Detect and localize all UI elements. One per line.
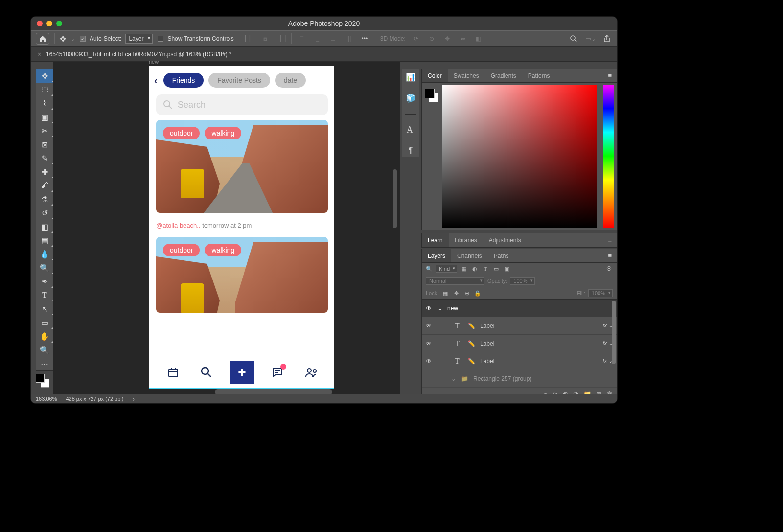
histogram-icon[interactable]: 📊 [406,71,415,83]
3d-pan-icon[interactable]: ✥ [442,33,453,44]
tag-outdoor-2[interactable]: outdoor [163,244,200,256]
edit-toolbar[interactable]: ⋯ [36,357,53,370]
eyedropper-tool[interactable]: ✎ [36,151,53,165]
brush-tool[interactable]: 🖌 [36,179,53,192]
color-field[interactable] [442,85,597,228]
tab-patterns[interactable]: Patterns [522,69,556,82]
hand-tool[interactable]: ✋ [36,329,53,343]
3d-roll-icon[interactable]: ⊙ [426,33,437,44]
caption-link[interactable]: @atolla beach.. [156,222,201,229]
lock-pixels-icon[interactable]: ▦ [441,290,449,297]
blur-tool[interactable]: 💧 [36,247,53,261]
filter-adjust-icon[interactable]: ◐ [471,266,479,272]
tab-learn[interactable]: Learn [422,233,449,247]
auto-select-dropdown[interactable]: Layer [125,34,153,44]
crop-tool[interactable]: ✂ [36,124,53,138]
tag-outdoor[interactable]: outdoor [163,127,200,139]
layer-filter-dropdown[interactable]: Kind [436,265,457,273]
nav-people-icon[interactable] [301,363,321,382]
lasso-tool[interactable]: ⌇ [36,96,53,110]
close-document-icon[interactable]: × [38,51,41,58]
expand-icon[interactable]: ⌄ [451,375,456,382]
zoom-window-button[interactable] [56,21,62,26]
align-middle-icon[interactable]: ⎯ [312,33,323,44]
filter-shape-icon[interactable]: ▭ [492,266,500,272]
panel-menu-icon[interactable]: ≡ [603,69,617,82]
back-icon[interactable]: ‹ [153,75,159,86]
layer-fx-icon[interactable]: fx ⌄ [602,340,613,347]
layer-row[interactable]: 👁 T ✏️ Label fx ⌄ [422,352,617,370]
lock-artboard-icon[interactable]: ⊕ [463,290,471,297]
doc-info[interactable]: 428 px x 727 px (72 ppi) [66,396,123,402]
tab-channels[interactable]: Channels [451,249,488,262]
align-bottom-icon[interactable]: ⎽ [328,33,339,44]
3d-slide-icon[interactable]: ⇔ [458,33,468,44]
shape-tool[interactable]: ▭ [36,316,53,329]
home-button[interactable] [36,33,49,45]
tab-paths[interactable]: Paths [488,249,515,262]
layer-row[interactable]: 👁 T ✏️ Label fx ⌄ [422,317,617,335]
doc-info-chevron[interactable]: › [132,395,135,403]
document-tab[interactable]: × 1654518080933_TdiEmLcLbFcaTi0RdM0ZYn.p… [31,47,617,62]
visibility-icon[interactable]: 👁 [426,358,433,365]
vertical-scrollbar[interactable] [393,169,397,228]
filter-pixel-icon[interactable]: ▦ [460,266,468,272]
layers-scrollbar[interactable] [612,301,616,364]
history-brush-tool[interactable]: ↺ [36,206,53,220]
frame-tool[interactable]: ⊠ [36,138,53,151]
type-tool[interactable]: T [36,288,53,302]
distribute-icon[interactable]: ||| [344,33,354,44]
tab-gradients[interactable]: Gradients [485,69,522,82]
pen-tool[interactable]: ✒ [36,275,53,288]
zoom-tool[interactable]: 🔍 [36,343,53,357]
paragraph-icon[interactable]: ¶ [409,145,413,157]
lock-all-icon[interactable]: 🔒 [474,290,482,297]
layer-fx-icon[interactable]: fx ⌄ [602,323,613,329]
filter-smart-icon[interactable]: ▣ [503,266,511,272]
post-card-2[interactable]: outdoor walking [156,237,328,313]
fill-value[interactable]: 100% [588,289,613,297]
nav-search-icon[interactable] [197,363,216,382]
visibility-icon[interactable]: 👁 [426,340,433,347]
nav-calendar-icon[interactable] [163,363,183,382]
lock-position-icon[interactable]: ✥ [452,290,460,297]
dodge-tool[interactable]: 🔍 [36,261,53,275]
layer-fx-icon[interactable]: fx ⌄ [602,358,613,364]
align-top-icon[interactable]: ⎺ [297,33,307,44]
object-select-tool[interactable]: ▣ [36,110,53,124]
auto-select-checkbox[interactable]: ✓ [80,36,86,42]
opacity-value[interactable]: 100% [510,277,534,285]
healing-brush-tool[interactable]: ✚ [36,165,53,179]
mock-search-field[interactable]: Search [156,94,328,115]
blend-mode-dropdown[interactable]: Normal [426,277,484,285]
nav-add-button[interactable]: + [230,361,254,384]
close-window-button[interactable] [37,21,43,26]
zoom-readout[interactable]: 163.06% [36,396,57,402]
visibility-icon[interactable]: 👁 [426,305,433,312]
marquee-tool[interactable]: ⬚ [36,83,53,96]
3d-icon[interactable]: 🧊 [406,93,415,104]
filter-toggle-icon[interactable]: ⦿ [605,266,613,272]
tab-adjustments[interactable]: Adjustments [483,233,527,247]
layer-row[interactable]: 👁 T ✏️ Label fx ⌄ [422,335,617,352]
eraser-tool[interactable]: ◧ [36,220,53,233]
chip-date[interactable]: date [275,73,306,88]
canvas[interactable]: new ‹ Friends Favorite Posts date Search [53,62,400,394]
search-icon[interactable] [568,33,579,44]
tag-walking-2[interactable]: walking [205,244,241,256]
character-icon[interactable]: A| [407,124,415,135]
foreground-background-swatch[interactable] [36,374,49,388]
chip-favorite[interactable]: Favorite Posts [208,73,270,88]
more-options-icon[interactable]: ••• [359,33,370,44]
share-icon[interactable] [601,33,612,44]
expand-icon[interactable]: ⌄ [438,305,442,312]
clone-stamp-tool[interactable]: ⚗ [36,192,53,206]
layer-row[interactable]: ⌄ 📁 Rectangle 257 (group) [422,370,617,388]
visibility-icon[interactable]: 👁 [426,323,433,329]
post-card-1[interactable]: outdoor walking [156,120,328,213]
minimize-window-button[interactable] [46,21,52,26]
hue-slider[interactable] [603,85,614,228]
layer-group-row[interactable]: 👁 ⌄ new [422,300,617,317]
align-center-h-icon[interactable]: ⧈ [260,33,271,44]
layers-panel-menu-icon[interactable]: ≡ [603,249,617,262]
